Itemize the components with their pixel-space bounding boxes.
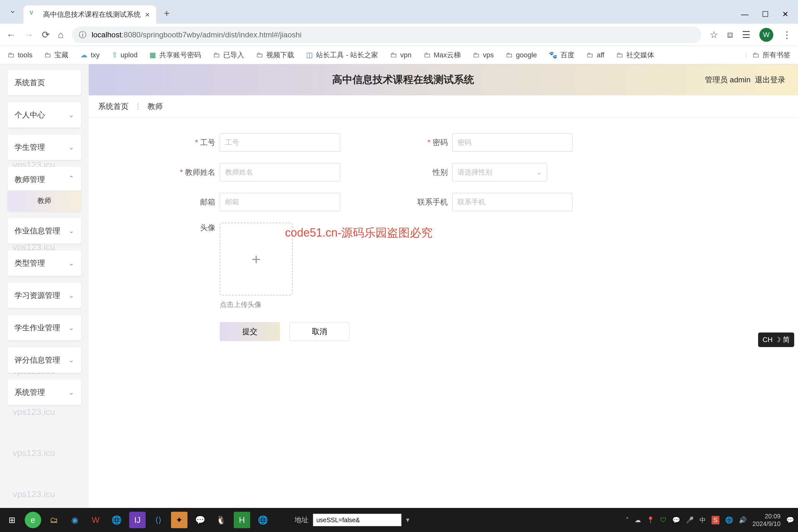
- sidebar-item-resources[interactable]: 学习资源管理⌄: [7, 283, 81, 308]
- input-lianxi[interactable]: [452, 193, 572, 211]
- sidebar-item-home[interactable]: 系统首页: [7, 70, 81, 95]
- edge-icon[interactable]: ◉: [66, 512, 83, 528]
- sidebar-item-scoring[interactable]: 评分信息管理⌄: [7, 347, 81, 373]
- close-icon[interactable]: ×: [145, 10, 150, 20]
- explorer-icon[interactable]: 🗂: [45, 512, 62, 528]
- ime-indicator[interactable]: CH ☽ 简: [758, 332, 794, 347]
- star-icon[interactable]: ☆: [710, 29, 718, 40]
- input-youxiang[interactable]: [220, 193, 340, 211]
- tray-ime-icon[interactable]: 中: [700, 516, 706, 525]
- profile-avatar[interactable]: W: [759, 28, 773, 42]
- breadcrumb-home[interactable]: 系统首页: [98, 101, 129, 112]
- new-tab-button[interactable]: +: [164, 7, 170, 19]
- close-window-icon[interactable]: ✕: [782, 10, 788, 19]
- chevron-down-icon: ⌄: [69, 388, 74, 396]
- address-bar-row: ← → ⟳ ⌂ ⓘ localhost:8080/springbootb7wby…: [0, 24, 798, 46]
- extensions-icon[interactable]: ⧈: [727, 29, 733, 40]
- vscode-icon[interactable]: ⟨⟩: [150, 512, 167, 528]
- menu-icon[interactable]: ⋮: [782, 29, 792, 40]
- sidebar-item-student-hw[interactable]: 学生作业管理⌄: [7, 315, 81, 340]
- bookmark-item[interactable]: 🐾百度: [549, 50, 574, 60]
- sidebar-item-teachers[interactable]: 教师管理⌃ 教师: [7, 167, 81, 211]
- folder-icon: 🗀: [506, 51, 513, 59]
- app-header: 高中信息技术课程在线测试系统 管理员 admin 退出登录: [89, 64, 798, 95]
- wps-icon[interactable]: W: [88, 512, 104, 528]
- sidebar-item-profile[interactable]: 个人中心⌄: [7, 102, 81, 128]
- home-icon[interactable]: ⌂: [58, 30, 64, 40]
- tray-wechat-icon[interactable]: 💬: [672, 516, 680, 524]
- all-bookmarks[interactable]: 🗀所有书签: [753, 50, 791, 60]
- sidebar-item-system[interactable]: 系统管理⌄: [7, 380, 81, 405]
- chevron-down-icon: ⌄: [536, 168, 542, 176]
- cloud-icon: ☁: [80, 51, 88, 59]
- reload-icon[interactable]: ⟳: [42, 29, 50, 40]
- tray-net-icon[interactable]: 🌐: [725, 516, 733, 524]
- chevron-down-icon: ⌄: [69, 144, 74, 151]
- webmaster-icon: ◫: [306, 51, 313, 59]
- bookmark-item[interactable]: 🗀tools: [7, 51, 32, 59]
- back-icon[interactable]: ←: [6, 30, 16, 40]
- submit-button[interactable]: 提交: [220, 322, 280, 341]
- bookmark-item[interactable]: ▦共享账号密码: [150, 50, 201, 60]
- tray-cloud-icon[interactable]: ☁: [634, 516, 641, 524]
- sidebar-item-types[interactable]: 类型管理⌄: [7, 250, 81, 276]
- browser360-icon[interactable]: e: [25, 512, 41, 528]
- bookmark-item[interactable]: ◫站长工具 - 站长之家: [306, 50, 378, 60]
- tray-pin-icon[interactable]: 📍: [647, 516, 654, 524]
- bookmark-item[interactable]: 🗀宝藏: [44, 50, 69, 60]
- bookmark-item[interactable]: 🗀aff: [587, 51, 604, 59]
- bookmark-item[interactable]: 🗀Max云梯: [424, 50, 461, 60]
- hbuilder-icon[interactable]: H: [234, 512, 250, 528]
- tray-volume-icon[interactable]: 🔊: [739, 516, 747, 524]
- browser-tab-active[interactable]: V 高中信息技术课程在线测试系统 ×: [23, 5, 156, 24]
- chevron-down-icon: ⌄: [69, 324, 74, 331]
- bookmark-item[interactable]: 🗀已导入: [213, 50, 244, 60]
- browser-tab-strip: V 高中信息技术课程在线测试系统 × + — ☐ ✕: [0, 0, 798, 24]
- sidebar-sub-teacher[interactable]: 教师: [7, 190, 81, 211]
- avatar-uploader[interactable]: +: [220, 223, 292, 296]
- bookmark-item[interactable]: 🗀google: [506, 51, 537, 59]
- tab-search-dropdown[interactable]: [4, 3, 21, 21]
- bookmark-item[interactable]: ⇧uplod: [112, 51, 138, 59]
- input-jiaoshi[interactable]: [220, 163, 340, 182]
- forward-icon[interactable]: →: [24, 30, 34, 40]
- input-gonghao[interactable]: [220, 133, 340, 152]
- tray-up-icon[interactable]: ˄: [626, 516, 629, 524]
- chrome-icon[interactable]: 🌐: [108, 512, 125, 528]
- tray-sogou-icon[interactable]: S: [711, 516, 720, 525]
- system-clock[interactable]: 20:09 2024/9/10: [753, 512, 781, 528]
- chrome2-icon[interactable]: 🌐: [254, 512, 271, 528]
- logout-link[interactable]: 退出登录: [755, 75, 785, 85]
- bookmark-item[interactable]: ☁txy: [80, 51, 99, 59]
- wechat-icon[interactable]: 💬: [192, 512, 208, 528]
- bookmark-item[interactable]: 🗀vpn: [390, 51, 411, 59]
- qq-icon[interactable]: 🐧: [213, 512, 229, 528]
- maximize-icon[interactable]: ☐: [762, 10, 769, 19]
- app-icon[interactable]: ✦: [171, 512, 188, 528]
- label-youxiang: 邮箱: [171, 197, 215, 207]
- sidebar-item-students[interactable]: 学生管理⌄: [7, 135, 81, 160]
- bookmark-item[interactable]: 🗀vps: [473, 51, 494, 59]
- tray-security-icon[interactable]: 🛡: [660, 516, 667, 524]
- select-xingbie[interactable]: 请选择性别 ⌄: [452, 163, 547, 182]
- label-xingbie: 性别: [403, 167, 448, 177]
- chevron-down-icon: ⌄: [69, 227, 74, 235]
- start-icon[interactable]: ⊞: [4, 512, 20, 528]
- tray-mic-icon[interactable]: 🎤: [686, 516, 694, 524]
- sidebar-item-homework-info[interactable]: 作业信息管理⌄: [7, 218, 81, 244]
- address-bar[interactable]: ⓘ localhost:8080/springbootb7wby/admin/d…: [72, 26, 701, 43]
- input-mima[interactable]: [452, 133, 572, 152]
- minimize-icon[interactable]: —: [741, 10, 748, 19]
- bookmark-item[interactable]: 🗀视频下载: [256, 50, 294, 60]
- taskbar-addr-input[interactable]: [313, 514, 401, 526]
- tray-notifications-icon[interactable]: 💬: [786, 516, 794, 524]
- upload-icon: ⇧: [112, 51, 117, 59]
- chevron-down-icon[interactable]: ▾: [406, 516, 410, 524]
- reading-list-icon[interactable]: ☰: [742, 29, 750, 40]
- bookmark-item[interactable]: 🗀社交媒体: [616, 50, 654, 60]
- cancel-button[interactable]: 取消: [289, 322, 349, 341]
- intellij-icon[interactable]: IJ: [129, 512, 146, 528]
- site-info-icon[interactable]: ⓘ: [79, 30, 87, 40]
- window-controls: — ☐ ✕: [741, 10, 798, 19]
- main-panel: 高中信息技术课程在线测试系统 管理员 admin 退出登录 系统首页 ⋮ 教师 …: [89, 64, 798, 508]
